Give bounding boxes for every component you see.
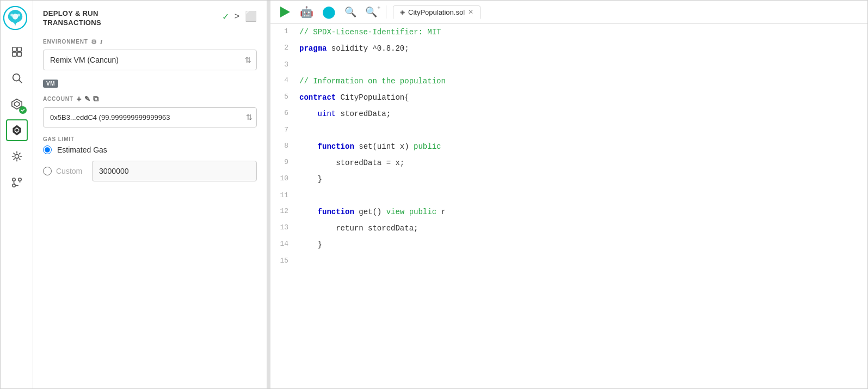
record-icon[interactable]: ⬤: [320, 4, 338, 20]
deploy-panel-actions: ✓ > ⬜: [222, 10, 257, 22]
code-line-14: 14 }: [270, 236, 867, 253]
info-icon[interactable]: i: [100, 38, 103, 46]
deploy-panel-title: DEPLOY & RUN TRANSACTIONS: [43, 9, 101, 28]
svg-point-14: [12, 178, 15, 181]
compiler-badge: [19, 106, 27, 114]
sidebar-item-compiler[interactable]: [6, 93, 28, 115]
code-line-13: 13 return storedData;: [270, 220, 867, 236]
svg-rect-6: [12, 52, 16, 56]
code-line-11: 11: [270, 188, 867, 204]
code-area: 🤖 ⬤ 🔍 🔍+ ◈ CityPopulation.sol ✕ 1 // SPD…: [270, 1, 867, 388]
robot-icon[interactable]: 🤖: [298, 4, 316, 20]
gas-limit-label: GAS LIMIT: [43, 136, 257, 142]
code-line-7: 7: [270, 123, 867, 138]
icon-bar: [1, 1, 33, 388]
code-line-6: 6 uint storedData;: [270, 106, 867, 122]
code-line-9: 9 storedData = x;: [270, 155, 867, 171]
account-input-wrapper: ⇅: [43, 107, 257, 127]
layout-icon[interactable]: ⬜: [245, 10, 257, 22]
account-action-icons: + ✎ ⧉: [77, 94, 99, 104]
play-icon: [280, 7, 290, 17]
tab-label: CityPopulation.sol: [408, 8, 465, 16]
svg-point-8: [13, 74, 20, 81]
svg-line-9: [19, 80, 22, 83]
custom-gas-option[interactable]: Custom: [43, 167, 87, 175]
code-line-8: 8 function set(uint x) public: [270, 138, 867, 155]
sidebar-item-debug[interactable]: [6, 145, 28, 167]
environment-select[interactable]: Remix VM (Cancun): [43, 50, 257, 70]
custom-gas-label: Custom: [56, 167, 82, 175]
account-label: ACCOUNT + ✎ ⧉: [43, 94, 257, 104]
svg-marker-11: [14, 101, 19, 106]
sidebar-item-search[interactable]: [6, 67, 28, 89]
zoom-out-icon[interactable]: 🔍: [342, 5, 359, 19]
custom-gas-input[interactable]: [92, 161, 257, 181]
code-line-3: 3: [270, 57, 867, 73]
estimated-gas-radio[interactable]: [43, 145, 52, 154]
compile-check-icon[interactable]: ✓: [222, 11, 229, 22]
deploy-panel-header: DEPLOY & RUN TRANSACTIONS ✓ > ⬜: [43, 9, 257, 28]
code-line-4: 4 // Information on the population: [270, 73, 867, 89]
gas-limit-section: GAS LIMIT Estimated Gas Custom: [43, 136, 257, 181]
gas-options: Estimated Gas Custom: [43, 145, 257, 181]
code-line-12: 12 function get() view public r: [270, 204, 867, 220]
edit-account-icon[interactable]: ✎: [84, 95, 91, 103]
copy-account-icon[interactable]: ⧉: [93, 94, 99, 104]
custom-gas-radio[interactable]: [43, 167, 52, 175]
code-line-1: 1 // SPDX-License-Identifier: MIT: [270, 24, 867, 40]
svg-point-13: [15, 154, 19, 158]
custom-gas-row: Custom: [43, 161, 257, 181]
vm-badge: VM: [43, 80, 58, 88]
svg-rect-4: [12, 47, 16, 51]
run-arrow-icon[interactable]: >: [235, 11, 239, 21]
code-line-15: 15: [270, 253, 867, 269]
add-account-icon[interactable]: +: [77, 94, 82, 104]
code-toolbar: 🤖 ⬤ 🔍 🔍+ ◈ CityPopulation.sol ✕: [270, 1, 867, 24]
zoom-in-icon[interactable]: 🔍+: [363, 5, 379, 19]
code-editor: 1 // SPDX-License-Identifier: MIT 2 prag…: [270, 24, 867, 388]
deploy-panel: DEPLOY & RUN TRANSACTIONS ✓ > ⬜ ENVIRONM…: [33, 1, 267, 388]
svg-rect-7: [17, 52, 21, 56]
code-line-5: 5 contract CityPopulation{: [270, 89, 867, 106]
code-line-10: 10 }: [270, 171, 867, 187]
account-input[interactable]: [43, 107, 257, 127]
environment-label: ENVIRONMENT ⚙ i: [43, 38, 257, 46]
sidebar-item-git[interactable]: [6, 172, 28, 193]
svg-point-3: [17, 14, 20, 16]
estimated-gas-label: Estimated Gas: [57, 145, 107, 154]
environment-select-wrapper: Remix VM (Cancun) ⇅: [43, 50, 257, 70]
tab-city-population[interactable]: ◈ CityPopulation.sol ✕: [393, 5, 481, 19]
svg-point-2: [10, 14, 13, 16]
sidebar-item-file-explorer[interactable]: [6, 41, 28, 63]
svg-point-1: [12, 14, 18, 20]
run-button[interactable]: [277, 4, 293, 20]
sidebar-item-deploy[interactable]: [6, 119, 28, 141]
estimated-gas-option[interactable]: Estimated Gas: [43, 145, 257, 154]
toolbar-separator: [386, 5, 386, 19]
tab-close-icon[interactable]: ✕: [468, 8, 473, 16]
account-input-arrow-icon[interactable]: ⇅: [246, 113, 253, 121]
app-logo: [3, 6, 30, 33]
sol-file-icon: ◈: [400, 8, 405, 16]
svg-point-15: [18, 178, 21, 181]
tab-bar: ◈ CityPopulation.sol ✕: [393, 5, 861, 19]
filter-icon[interactable]: ⚙: [91, 38, 97, 46]
svg-rect-5: [17, 47, 21, 51]
code-line-2: 2 pragma solidity ^0.8.20;: [270, 40, 867, 57]
